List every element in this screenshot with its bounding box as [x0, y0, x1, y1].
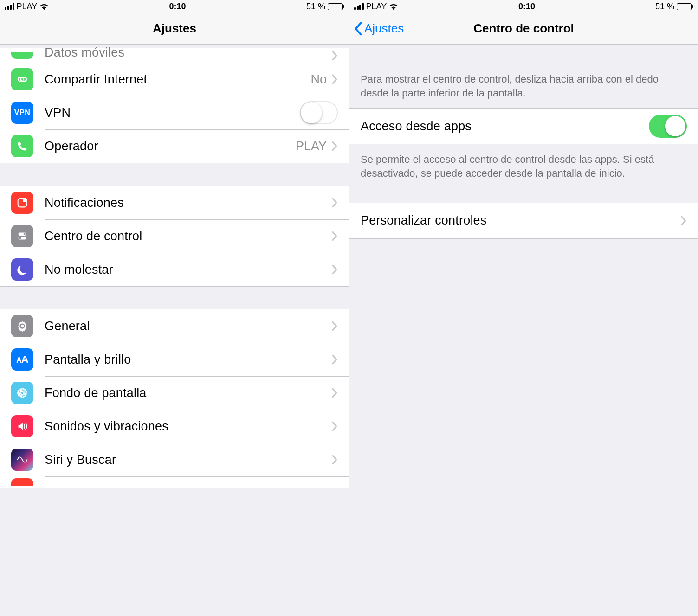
- vpn-icon: VPN: [11, 102, 33, 124]
- battery-icon: [677, 3, 693, 10]
- row-next-partial[interactable]: [0, 476, 349, 488]
- battery-percent: 51 %: [655, 2, 674, 12]
- battery-percent: 51 %: [306, 2, 325, 12]
- section-gap: [0, 163, 349, 186]
- acceso-toggle[interactable]: [649, 115, 687, 138]
- row-compartir-internet[interactable]: Compartir Internet No: [0, 63, 349, 96]
- row-pantalla-brillo[interactable]: AA Pantalla y brillo: [0, 343, 349, 376]
- svg-point-6: [19, 389, 26, 397]
- row-operador[interactable]: Operador PLAY: [0, 129, 349, 163]
- row-label: No molestar: [45, 263, 331, 277]
- chevron-right-icon: [331, 321, 338, 331]
- clock: 0:10: [518, 2, 535, 12]
- vpn-toggle[interactable]: [300, 101, 338, 124]
- wifi-icon: [389, 3, 398, 10]
- signal-icon: [5, 3, 14, 10]
- chevron-right-icon: [331, 231, 338, 241]
- wifi-icon: [39, 3, 49, 10]
- row-personalizar-controles[interactable]: Personalizar controles: [349, 203, 698, 238]
- chevron-right-icon: [331, 74, 338, 84]
- row-label: Pantalla y brillo: [45, 353, 331, 367]
- row-label: Centro de control: [45, 229, 331, 244]
- personal-hotspot-icon: [11, 68, 33, 90]
- nav-bar: Ajustes Centro de control: [349, 13, 698, 45]
- chevron-right-icon: [331, 264, 338, 275]
- settings-screen: PLAY 0:10 51 % Ajustes Datos móviles Com…: [0, 0, 349, 616]
- wallpaper-icon: [11, 382, 33, 404]
- clock: 0:10: [169, 2, 186, 12]
- row-value: PLAY: [296, 139, 327, 154]
- siri-icon: [11, 449, 33, 471]
- row-sonidos[interactable]: Sonidos y vibraciones: [0, 410, 349, 443]
- status-bar: PLAY 0:10 51 %: [349, 0, 698, 13]
- row-label: Datos móviles: [45, 45, 331, 60]
- carrier-label: PLAY: [17, 2, 38, 12]
- unknown-icon: [11, 478, 33, 486]
- antenna-icon: [11, 52, 33, 59]
- row-vpn[interactable]: VPN VPN: [0, 96, 349, 129]
- chevron-right-icon: [331, 198, 338, 208]
- svg-point-3: [24, 233, 26, 235]
- back-label: Ajustes: [364, 21, 404, 36]
- notifications-icon: [11, 192, 33, 214]
- phone-icon: [11, 135, 33, 157]
- chevron-left-icon: [354, 22, 362, 36]
- chevron-right-icon: [331, 141, 338, 151]
- moon-icon: [11, 258, 33, 281]
- chevron-right-icon: [331, 354, 338, 365]
- row-no-molestar[interactable]: No molestar: [0, 253, 349, 286]
- explain-text-1: Para mostrar el centro de control, desli…: [349, 45, 698, 108]
- row-label: Sonidos y vibraciones: [45, 419, 331, 434]
- chevron-right-icon: [331, 421, 338, 431]
- row-label: Notificaciones: [45, 196, 331, 210]
- chevron-right-icon: [331, 455, 338, 465]
- row-label: Fondo de pantalla: [45, 386, 331, 400]
- row-label: Personalizar controles: [361, 213, 680, 228]
- row-label: VPN: [45, 106, 300, 120]
- back-button[interactable]: Ajustes: [354, 13, 404, 44]
- row-datos-moviles[interactable]: Datos móviles: [0, 48, 349, 63]
- svg-point-5: [19, 237, 21, 239]
- row-acceso-desde-apps[interactable]: Acceso desde apps: [349, 109, 698, 144]
- row-notificaciones[interactable]: Notificaciones: [0, 186, 349, 219]
- chevron-right-icon: [680, 216, 687, 226]
- section-gap: [0, 286, 349, 309]
- row-label: Compartir Internet: [45, 72, 310, 87]
- row-value: No: [310, 72, 327, 87]
- row-siri[interactable]: Siri y Buscar: [0, 443, 349, 476]
- svg-point-7: [20, 388, 24, 392]
- svg-point-9: [18, 391, 21, 395]
- row-general[interactable]: General: [0, 309, 349, 343]
- row-centro-de-control[interactable]: Centro de control: [0, 219, 349, 253]
- sound-icon: [11, 415, 33, 437]
- control-center-icon: [11, 225, 33, 247]
- gear-icon: [11, 315, 33, 337]
- battery-icon: [328, 3, 344, 10]
- nav-bar: Ajustes: [0, 13, 349, 45]
- row-label: Acceso desde apps: [361, 119, 649, 134]
- svg-point-1: [23, 198, 27, 202]
- signal-icon: [354, 3, 364, 10]
- row-label: Siri y Buscar: [45, 453, 331, 467]
- carrier-label: PLAY: [366, 2, 387, 12]
- page-title: Ajustes: [153, 21, 196, 36]
- page-title: Centro de control: [473, 21, 574, 36]
- row-label: General: [45, 319, 331, 334]
- control-center-screen: PLAY 0:10 51 % Ajustes Centro de control…: [349, 0, 698, 616]
- chevron-right-icon: [331, 388, 338, 398]
- explain-text-2: Se permite el acceso al centro de contro…: [349, 144, 698, 188]
- chevron-right-icon: [331, 51, 338, 61]
- row-label: Operador: [45, 139, 296, 154]
- row-fondo-pantalla[interactable]: Fondo de pantalla: [0, 376, 349, 410]
- status-bar: PLAY 0:10 51 %: [0, 0, 349, 13]
- display-icon: AA: [11, 348, 33, 371]
